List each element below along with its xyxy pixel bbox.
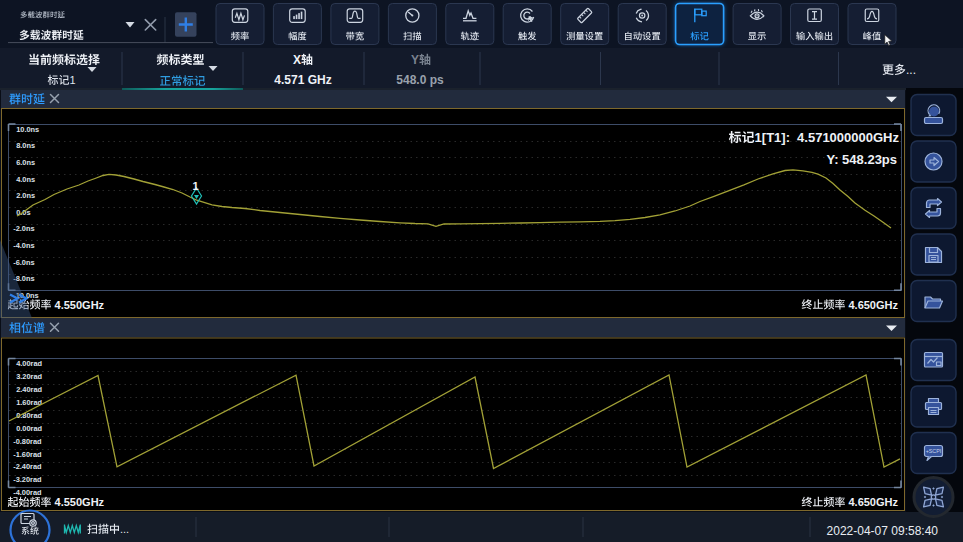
svg-text:10.0ns: 10.0ns — [16, 125, 39, 134]
svg-text:3.20rad: 3.20rad — [16, 372, 42, 381]
svg-text:548.0 ps: 548.0 ps — [396, 73, 444, 87]
svg-text:-4.00rad: -4.00rad — [13, 488, 42, 497]
svg-text:Y: 548.23ps: Y: 548.23ps — [826, 152, 897, 167]
svg-text:-2.0ns: -2.0ns — [13, 224, 34, 233]
svg-text:2022-04-07 09:58:40: 2022-04-07 09:58:40 — [827, 524, 939, 538]
svg-text:...: ... — [120, 523, 129, 535]
svg-text:+SCPI: +SCPI — [926, 448, 942, 454]
svg-text:4.650GHz: 4.650GHz — [845, 299, 898, 311]
svg-text:...: ... — [906, 63, 916, 77]
svg-text:-3.20rad: -3.20rad — [13, 475, 42, 484]
svg-text:4.00rad: 4.00rad — [16, 359, 42, 368]
svg-text:-1.60rad: -1.60rad — [13, 450, 42, 459]
svg-text:1: 1 — [69, 74, 75, 86]
svg-text:6.0ns: 6.0ns — [16, 158, 35, 167]
svg-text:2.0ns: 2.0ns — [16, 191, 35, 200]
svg-text:X: X — [293, 53, 301, 67]
svg-text:-6.0ns: -6.0ns — [13, 258, 34, 267]
svg-text:Y: Y — [411, 53, 419, 67]
svg-text:1: 1 — [192, 180, 198, 192]
svg-text:4.550GHz: 4.550GHz — [52, 299, 105, 311]
svg-text:-4.0ns: -4.0ns — [13, 241, 34, 250]
svg-text:-0.80rad: -0.80rad — [13, 437, 42, 446]
svg-text:-2.40rad: -2.40rad — [13, 462, 42, 471]
svg-text:8.0ns: 8.0ns — [16, 141, 35, 150]
svg-text:4.550GHz: 4.550GHz — [52, 496, 105, 508]
svg-text:4.571000000GHz: 4.571000000GHz — [797, 130, 899, 145]
svg-text:4.571 GHz: 4.571 GHz — [274, 73, 331, 87]
svg-text:1[T1]:: 1[T1]: — [755, 130, 790, 145]
svg-text:0.00rad: 0.00rad — [16, 424, 42, 433]
svg-text:4.0ns: 4.0ns — [16, 175, 35, 184]
svg-text:4.650GHz: 4.650GHz — [845, 496, 898, 508]
svg-text:2.40rad: 2.40rad — [16, 385, 42, 394]
